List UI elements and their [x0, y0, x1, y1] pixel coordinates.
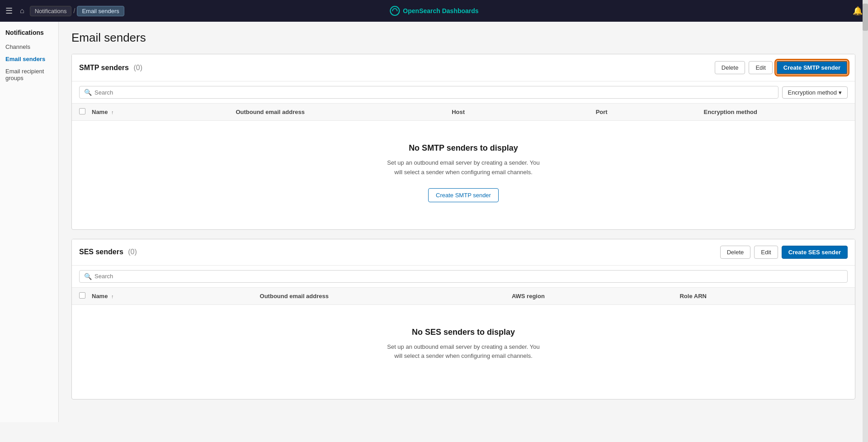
breadcrumb-notifications[interactable]: Notifications [30, 6, 72, 16]
ses-empty-state: No SES senders to display Set up an outb… [72, 305, 855, 399]
main-layout: Notifications Channels Email senders Ema… [0, 22, 868, 422]
ses-search-icon: 🔍 [84, 273, 92, 280]
breadcrumb-separator: / [73, 7, 75, 14]
smtp-table-header: Name ↑ Outbound email address Host Port … [72, 104, 855, 121]
notifications-bell-icon[interactable]: 🔔 [853, 6, 863, 16]
ses-search-wrap: 🔍 [79, 270, 848, 283]
ses-section-title: SES senders (0) [79, 248, 717, 256]
ses-empty-desc: Set up an outbound email server by creat… [81, 342, 846, 361]
smtp-senders-card: SMTP senders (0) Delete Edit Create SMTP… [71, 54, 855, 230]
smtp-col-port: Port [596, 109, 704, 115]
home-icon[interactable]: ⌂ [20, 7, 24, 15]
smtp-col-host: Host [452, 109, 595, 115]
smtp-select-all-col [79, 108, 92, 116]
smtp-select-all-checkbox[interactable] [79, 108, 85, 114]
page-title: Email senders [71, 31, 855, 45]
ses-sort-icon: ↑ [111, 294, 114, 299]
ses-senders-card: SES senders (0) Delete Edit Create SES s… [71, 239, 855, 400]
sidebar-title: Notifications [0, 29, 58, 41]
smtp-create-button[interactable]: Create SMTP sender [776, 61, 848, 75]
top-bar: ☰ ⌂ Notifications / Email senders OpenSe… [0, 0, 868, 22]
ses-edit-button[interactable]: Edit [754, 246, 778, 259]
smtp-encryption-filter[interactable]: Encryption method ▾ [782, 86, 848, 99]
ses-col-name[interactable]: Name ↑ [92, 293, 260, 299]
smtp-search-wrap: 🔍 [79, 86, 778, 99]
scrollbar-thumb[interactable] [863, 4, 868, 31]
ses-col-aws: AWS region [512, 293, 680, 299]
smtp-empty-state: No SMTP senders to display Set up an out… [72, 121, 855, 229]
ses-select-all-col [79, 292, 92, 300]
opensearch-logo-icon [389, 5, 400, 16]
ses-empty-title: No SES senders to display [81, 328, 846, 337]
ses-col-role: Role ARN [679, 293, 848, 299]
ses-delete-button[interactable]: Delete [720, 246, 751, 259]
app-logo: OpenSearch Dashboards [389, 5, 478, 16]
chevron-down-icon: ▾ [839, 89, 842, 96]
smtp-search-icon: 🔍 [84, 89, 92, 96]
ses-table-header: Name ↑ Outbound email address AWS region… [72, 288, 855, 305]
ses-section-header: SES senders (0) Delete Edit Create SES s… [72, 239, 855, 266]
sidebar-item-channels[interactable]: Channels [0, 41, 58, 53]
sidebar-item-email-groups[interactable]: Email recipient groups [0, 65, 58, 84]
smtp-empty-create-button[interactable]: Create SMTP sender [428, 188, 499, 202]
main-content: Email senders SMTP senders (0) Delete Ed… [59, 22, 868, 422]
ses-select-all-checkbox[interactable] [79, 292, 85, 299]
smtp-search-row: 🔍 Encryption method ▾ [72, 81, 855, 104]
smtp-search-input[interactable] [94, 89, 774, 96]
sort-icon: ↑ [111, 109, 114, 115]
breadcrumb-email-senders[interactable]: Email senders [77, 6, 124, 16]
smtp-section-header: SMTP senders (0) Delete Edit Create SMTP… [72, 54, 855, 81]
smtp-col-encryption: Encryption method [704, 109, 848, 115]
smtp-delete-button[interactable]: Delete [715, 61, 745, 74]
smtp-empty-desc: Set up an outbound email server by creat… [81, 158, 846, 177]
smtp-col-name[interactable]: Name ↑ [92, 109, 236, 115]
hamburger-icon[interactable]: ☰ [5, 6, 13, 16]
app-name-text: OpenSearch Dashboards [403, 7, 478, 14]
smtp-section-title: SMTP senders (0) [79, 64, 711, 72]
smtp-edit-button[interactable]: Edit [749, 61, 772, 74]
ses-create-button[interactable]: Create SES sender [782, 246, 848, 259]
ses-search-row: 🔍 [72, 266, 855, 288]
sidebar: Notifications Channels Email senders Ema… [0, 22, 59, 422]
ses-count: (0) [128, 248, 137, 256]
smtp-empty-title: No SMTP senders to display [81, 143, 846, 153]
smtp-count: (0) [133, 64, 142, 71]
scrollbar-track[interactable] [863, 0, 868, 422]
sidebar-item-email-senders[interactable]: Email senders [0, 53, 58, 65]
ses-search-input[interactable] [94, 273, 843, 280]
ses-col-email: Outbound email address [260, 293, 512, 299]
smtp-col-email: Outbound email address [236, 109, 452, 115]
svg-point-0 [390, 6, 399, 15]
